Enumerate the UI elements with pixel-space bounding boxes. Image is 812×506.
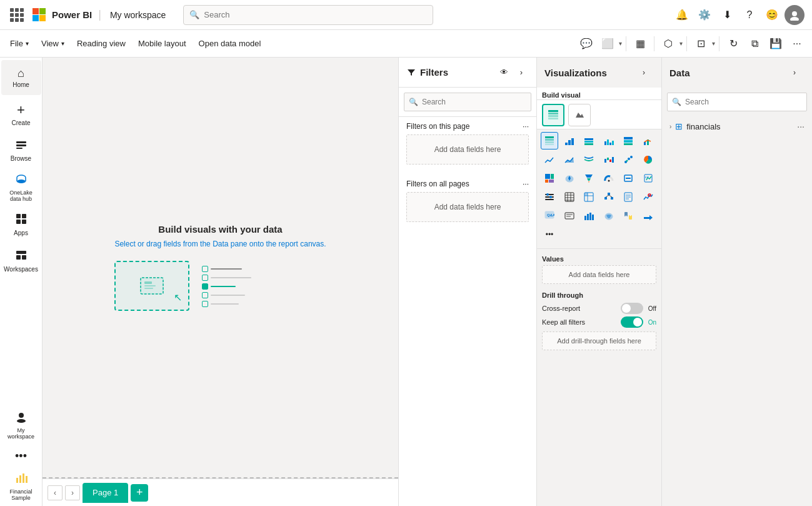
viz-gauge-icon[interactable]	[600, 170, 618, 187]
refresh-button[interactable]: ↻	[723, 34, 743, 54]
viz-line-clustered-icon[interactable]	[639, 132, 657, 149]
mobile-layout-button[interactable]: Mobile layout	[133, 36, 191, 51]
filters-search[interactable]: 🔍	[399, 88, 536, 117]
file-menu[interactable]: File ▾	[5, 36, 34, 51]
text-box-button[interactable]: ⬜	[598, 34, 618, 54]
svg-rect-39	[609, 143, 611, 145]
svg-rect-42	[624, 140, 633, 143]
viz-card-icon[interactable]	[619, 170, 637, 187]
viz-table-type-button[interactable]	[542, 104, 564, 126]
viz-paginated-icon[interactable]	[619, 188, 637, 206]
page-next-button[interactable]: ›	[65, 485, 80, 500]
keep-all-filters-toggle[interactable]	[621, 316, 643, 328]
filters-all-pages-drop: Add data fields here	[406, 192, 529, 222]
drill-through-section: Drill through Cross-report Off Keep all …	[537, 288, 661, 354]
viz-format-type-button[interactable]	[568, 104, 591, 126]
page-tab[interactable]: Page 1	[83, 483, 128, 503]
financials-more-button[interactable]: ···	[797, 121, 804, 131]
viz-area-icon[interactable]	[561, 151, 578, 168]
global-search[interactable]: 🔍	[183, 5, 433, 25]
sidebar-more-button[interactable]: •••	[10, 445, 32, 468]
svg-rect-46	[604, 159, 606, 163]
svg-marker-59	[585, 175, 593, 178]
svg-point-1	[790, 17, 799, 21]
viz-clustered-bar-icon[interactable]	[600, 132, 618, 149]
viz-map-icon[interactable]	[561, 170, 578, 187]
sidebar-item-apps[interactable]: Apps	[1, 207, 41, 242]
sidebar-item-myworkspace[interactable]: My workspace	[1, 407, 41, 443]
viz-pie-icon[interactable]	[639, 151, 657, 168]
svg-rect-98	[587, 214, 589, 220]
viz-more-icon[interactable]: •••	[541, 226, 558, 243]
viz-collapse-button[interactable]: ›	[634, 63, 654, 83]
cursor-icon: ↖	[174, 291, 182, 303]
view-menu[interactable]: View ▾	[36, 36, 69, 51]
data-collapse-button[interactable]: ›	[784, 63, 804, 83]
filters-on-page-more[interactable]: ···	[523, 122, 529, 131]
cross-report-toggle[interactable]	[621, 303, 643, 314]
filters-search-input[interactable]	[404, 93, 531, 111]
viz-waterfall-icon[interactable]	[600, 151, 618, 168]
sidebar-item-onelake[interactable]: OneLake data hub	[1, 169, 41, 206]
viz-line-icon[interactable]	[541, 151, 558, 168]
viz-decomp-icon[interactable]	[600, 188, 618, 206]
sidebar-item-create[interactable]: + Create	[1, 96, 41, 131]
help-button[interactable]: ?	[739, 5, 759, 25]
viz-python-icon[interactable]	[619, 207, 637, 225]
viz-table-icon2[interactable]	[561, 188, 578, 206]
page-prev-button[interactable]: ‹	[48, 485, 63, 500]
viz-kpi-icon[interactable]: KPI	[639, 170, 657, 187]
viz-slicer-icon[interactable]	[541, 188, 558, 206]
settings-button[interactable]: ⚙️	[694, 5, 714, 25]
shapes-button[interactable]: ⬡	[658, 34, 678, 54]
global-search-input[interactable]	[183, 5, 433, 25]
viz-scatter-icon[interactable]	[619, 151, 637, 168]
add-page-button[interactable]: +	[131, 484, 148, 502]
illustration-canvas-box: ↖	[114, 261, 189, 311]
viz-funnel-icon[interactable]	[580, 170, 598, 187]
filters-visibility-button[interactable]: 👁	[496, 65, 511, 80]
data-search[interactable]: 🔍	[662, 88, 812, 116]
filters-all-pages-more[interactable]: ···	[523, 180, 529, 188]
feedback-button[interactable]: 😊	[762, 5, 782, 25]
svg-rect-17	[23, 473, 24, 483]
notification-button[interactable]: 🔔	[672, 5, 692, 25]
reading-view-button[interactable]: Reading view	[72, 36, 131, 51]
viz-bar-chart2-icon[interactable]	[580, 207, 598, 225]
viz-100-stacked-icon[interactable]	[619, 132, 637, 149]
viz-arrow-icon[interactable]	[639, 207, 657, 225]
comment-button[interactable]: 💬	[576, 34, 596, 54]
copy-visual-button[interactable]: ⧉	[744, 34, 764, 54]
viz-bar-icon[interactable]	[561, 132, 578, 149]
viz-qna-icon[interactable]: Q&A	[541, 207, 558, 225]
viz-anomaly-icon[interactable]	[639, 188, 657, 206]
sidebar-item-financial-label: Financial Sample	[4, 488, 39, 501]
save-button[interactable]: 💾	[766, 34, 786, 54]
waffle-icon[interactable]	[8, 6, 26, 24]
viz-filled-map-icon[interactable]	[600, 207, 618, 225]
svg-rect-84	[611, 197, 613, 200]
viz-matrix-icon[interactable]	[580, 188, 598, 206]
filters-all-pages-section: Filters on all pages ··· Add data fields…	[399, 175, 536, 232]
more-options-button[interactable]: ···	[787, 34, 807, 54]
sidebar-item-workspaces[interactable]: Workspaces	[1, 243, 41, 278]
data-search-input[interactable]	[667, 93, 807, 111]
open-data-model-button[interactable]: Open data model	[194, 36, 266, 51]
filters-header: Filters 👁 ›	[399, 58, 536, 88]
viz-table-icon[interactable]	[541, 132, 558, 149]
filters-collapse-button[interactable]: ›	[514, 65, 529, 80]
sidebar-item-home[interactable]: ⌂ Home	[1, 60, 41, 95]
button-insert[interactable]: ⊡	[691, 34, 711, 54]
user-avatar[interactable]	[784, 5, 804, 25]
sidebar-item-browse[interactable]: Browse	[1, 133, 41, 168]
data-tree-financials[interactable]: › ⊞ financials ···	[667, 119, 807, 134]
create-icon: +	[17, 102, 25, 118]
sidebar-item-financial[interactable]: Financial Sample	[1, 468, 41, 505]
toolbar2-right: 💬 ⬜ ▾ ▦ ⬡ ▾ ⊡ ▾ ↻ ⧉ 💾 ···	[576, 34, 807, 54]
viz-stacked-bar-icon[interactable]	[580, 132, 598, 149]
viz-smart-narrative-icon[interactable]	[561, 207, 578, 225]
border-button[interactable]: ▦	[630, 34, 650, 54]
download-button[interactable]: ⬇	[717, 5, 737, 25]
viz-ribbon-icon[interactable]	[580, 151, 598, 168]
viz-treemap-icon[interactable]	[541, 170, 558, 187]
